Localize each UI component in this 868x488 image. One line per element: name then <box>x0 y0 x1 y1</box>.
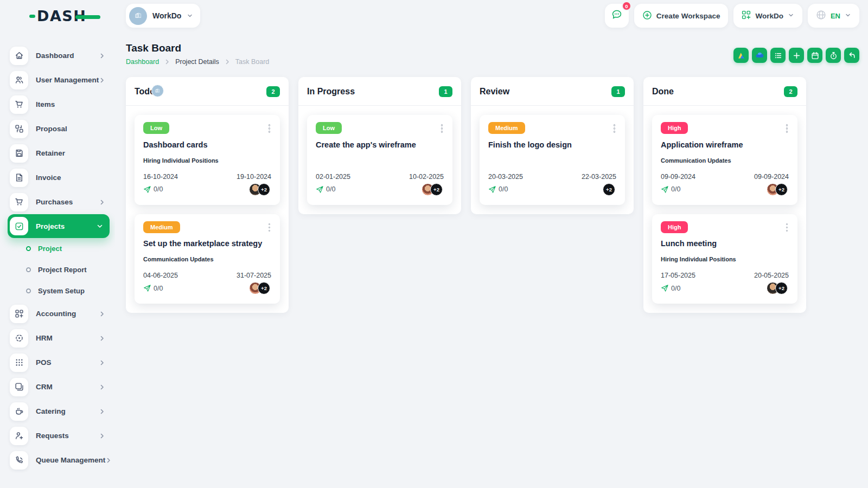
messenger-button[interactable]: 0 <box>605 4 629 28</box>
sidebar-item-items[interactable]: Items <box>8 92 110 117</box>
coffee-icon <box>10 402 28 421</box>
logo-bar-icon <box>75 15 100 19</box>
target-icon <box>10 329 28 348</box>
card-menu-button[interactable] <box>785 122 789 135</box>
assignee-avatars[interactable]: +2 <box>253 183 271 196</box>
board-column-review: Review 1 Medium Finish the logo design 2… <box>471 77 634 214</box>
user-plus-icon <box>10 427 28 445</box>
sidebar-subitem-project[interactable]: Project <box>8 238 110 259</box>
undo-icon <box>848 52 856 60</box>
column-count-badge: 1 <box>611 86 625 97</box>
users-icon <box>10 71 28 89</box>
language-selector[interactable]: EN <box>808 4 859 28</box>
chevron-right-icon <box>99 311 105 317</box>
assignee-avatars[interactable]: +2 <box>253 282 271 294</box>
workspace-menu-button[interactable]: WorkDo <box>733 4 802 28</box>
card-menu-button[interactable] <box>267 122 272 135</box>
chevron-right-icon <box>99 359 105 366</box>
breadcrumb: DashboardProject DetailsTask Board <box>126 58 269 66</box>
task-title: Dashboard cards <box>143 140 271 149</box>
sidebar-subitem-label: System Setup <box>38 287 85 295</box>
dots-grid-icon <box>10 354 28 372</box>
sidebar-item-hrm[interactable]: HRM <box>8 326 110 350</box>
chevron-down-icon <box>97 223 103 229</box>
add-task-button[interactable] <box>789 48 804 63</box>
task-end-date: 19-10-2024 <box>237 173 271 181</box>
sidebar-item-accounting[interactable]: Accounting <box>8 301 110 326</box>
invoice-icon <box>10 169 28 187</box>
back-button[interactable] <box>844 48 859 63</box>
app-logo: DASH <box>29 8 100 24</box>
google-drive-button[interactable] <box>733 48 749 63</box>
create-workspace-button[interactable]: Create Workspace <box>634 4 729 28</box>
breadcrumb-item-dashboard[interactable]: Dashboard <box>126 58 159 66</box>
task-card[interactable]: Low Dashboard cards Hiring Individual Po… <box>135 115 280 205</box>
onedrive-button[interactable] <box>752 48 767 63</box>
task-milestone: Hiring Individual Positions <box>661 256 789 263</box>
priority-badge: Medium <box>488 122 525 134</box>
task-progress: 0/0 <box>143 185 163 194</box>
sidebar-item-label: HRM <box>36 334 53 342</box>
sidebar-item-invoice[interactable]: Invoice <box>8 165 110 190</box>
assignee-avatars[interactable]: +2 <box>770 183 789 196</box>
board-column-in-progress: In Progress 1 Low Create the app's wiref… <box>298 77 461 214</box>
sidebar-item-catering[interactable]: Catering <box>8 399 110 423</box>
proposal-icon <box>10 120 28 138</box>
sidebar-subitem-project-report[interactable]: Project Report <box>8 259 110 280</box>
workspace-selector[interactable]: WorkDo <box>126 4 200 28</box>
task-card[interactable]: Medium Finish the logo design 20-03-2025… <box>480 115 625 205</box>
cart-icon <box>10 193 28 211</box>
chevron-down-icon <box>187 12 193 19</box>
card-menu-button[interactable] <box>267 221 272 234</box>
sidebar-item-queue-management[interactable]: Queue Management <box>8 448 110 472</box>
sidebar-item-proposal[interactable]: Proposal <box>8 117 110 141</box>
sidebar-item-label: Requests <box>36 432 69 440</box>
sidebar-item-label: Retainer <box>36 149 65 157</box>
language-label: EN <box>831 12 840 20</box>
sidebar-item-user-management[interactable]: User Management <box>8 68 110 92</box>
assignee-avatars[interactable]: +2 <box>425 183 444 196</box>
task-end-date: 22-03-2025 <box>582 173 616 181</box>
task-milestone <box>488 157 616 164</box>
task-card[interactable]: High Lunch meeting Hiring Individual Pos… <box>652 214 797 304</box>
chevron-right-icon <box>99 77 105 84</box>
sidebar-item-label: Invoice <box>36 174 61 182</box>
breadcrumb-item-task-board: Task Board <box>235 58 270 66</box>
task-progress-count: 0/0 <box>154 285 163 292</box>
column-count-badge: 1 <box>439 86 452 97</box>
home-icon <box>10 47 28 65</box>
sidebar-item-pos[interactable]: POS <box>8 350 110 375</box>
task-progress-count: 0/0 <box>154 185 163 193</box>
sidebar-item-retainer[interactable]: Retainer <box>8 141 110 165</box>
plus-icon <box>793 52 801 60</box>
sidebar-item-purchases[interactable]: Purchases <box>8 190 110 214</box>
sidebar-subitem-system-setup[interactable]: System Setup <box>8 280 110 301</box>
sidebar-item-projects[interactable]: Projects <box>8 214 110 238</box>
sidebar-item-dashboard[interactable]: Dashboard <box>8 43 110 68</box>
card-menu-button[interactable] <box>440 122 444 135</box>
task-card[interactable]: High Application wireframe Communication… <box>652 115 797 205</box>
task-progress-count: 0/0 <box>671 185 680 193</box>
breadcrumb-item-project-details[interactable]: Project Details <box>175 58 219 66</box>
workspace-menu-label: WorkDo <box>755 12 783 20</box>
assignee-avatars[interactable]: +2 <box>770 282 789 294</box>
send-icon <box>143 284 151 292</box>
cart-icon <box>10 95 28 114</box>
card-menu-button[interactable] <box>785 221 789 234</box>
list-view-button[interactable] <box>770 48 786 63</box>
column-title: Done <box>652 87 674 97</box>
sidebar-item-requests[interactable]: Requests <box>8 423 110 448</box>
task-milestone: Communication Updates <box>661 157 789 164</box>
timer-button[interactable] <box>826 48 841 63</box>
column-title: Review <box>480 87 509 97</box>
assignee-avatars[interactable]: +2 <box>607 183 616 196</box>
calendar-view-button[interactable] <box>807 48 822 63</box>
breadcrumb-separator-icon <box>164 59 170 65</box>
task-start-date: 16-10-2024 <box>143 173 178 181</box>
chevron-right-icon <box>99 199 105 206</box>
sidebar-item-crm[interactable]: CRM <box>8 375 110 399</box>
task-card[interactable]: Low Create the app's wireframe 02-01-202… <box>307 115 452 205</box>
task-card[interactable]: Medium Set up the marketplace strategy C… <box>135 214 280 304</box>
bullet-icon <box>26 288 31 293</box>
card-menu-button[interactable] <box>612 122 617 135</box>
